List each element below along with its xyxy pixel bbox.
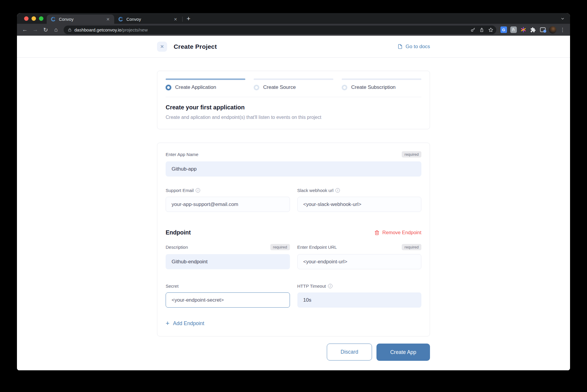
zoom-window-button[interactable] <box>39 16 43 21</box>
address-bar[interactable]: dashboard.getconvoy.io/projects/new <box>64 26 496 34</box>
discard-button[interactable]: Discard <box>327 344 372 360</box>
support-email-label: Support Email <box>166 188 194 193</box>
close-window-button[interactable] <box>24 16 29 21</box>
endpoint-description-input[interactable] <box>166 254 290 269</box>
step-create-source[interactable]: Create Source <box>254 78 333 90</box>
close-project-button[interactable]: ✕ <box>157 42 167 52</box>
tabs: Convoy ✕ Convoy ✕ + <box>47 13 193 24</box>
endpoint-url-input[interactable] <box>297 254 422 269</box>
reload-icon[interactable]: ↻ <box>41 25 51 35</box>
info-icon[interactable]: i <box>328 284 332 288</box>
step-label: Create Application <box>175 84 216 90</box>
required-badge: required <box>402 151 421 158</box>
go-to-docs-link[interactable]: Go to docs <box>398 44 430 50</box>
page-header: ✕ Create Project Go to docs <box>17 36 570 58</box>
required-badge: required <box>402 244 421 250</box>
step-radio-icon <box>254 85 259 90</box>
step-create-application[interactable]: Create Application <box>166 78 245 90</box>
slack-webhook-input[interactable] <box>297 197 422 212</box>
step-label: Create Subscription <box>351 84 395 90</box>
tab-title: Convoy <box>126 17 172 22</box>
back-icon[interactable]: ← <box>20 25 30 35</box>
page-title: Create Project <box>174 43 217 50</box>
url-host: dashboard.getconvoy.io <box>74 27 121 32</box>
step-progress-bar <box>254 78 333 80</box>
step-progress-bar <box>342 78 421 80</box>
convoy-favicon-icon <box>51 17 56 22</box>
remove-endpoint-label: Remove Endpoint <box>382 230 421 235</box>
forward-icon[interactable]: → <box>30 25 40 35</box>
endpoint-url-label: Enter Endpoint URL <box>297 245 337 250</box>
lock-icon <box>68 28 72 32</box>
info-icon[interactable]: i <box>335 188 340 193</box>
new-tab-button[interactable]: + <box>184 15 193 23</box>
step-radio-icon <box>342 85 347 90</box>
required-badge: required <box>270 244 290 250</box>
step-progress-bar <box>166 78 245 80</box>
secret-label: Secret <box>166 284 178 289</box>
plus-icon: + <box>166 320 169 327</box>
endpoint-secret-input[interactable] <box>166 292 290 308</box>
convoy-favicon-icon <box>118 17 123 22</box>
intro-title: Create your first application <box>166 104 421 111</box>
browser-window: Convoy ✕ Convoy ✕ + ← → ↻ ⌂ <box>17 13 570 370</box>
endpoint-section-title: Endpoint <box>166 229 191 236</box>
address-bar-actions <box>469 26 495 34</box>
info-icon[interactable]: i <box>196 188 200 193</box>
page: ✕ Create Project Go to docs <box>17 36 570 370</box>
application-form-card: Enter App Name required Support Email i <box>157 143 430 336</box>
support-email-input[interactable] <box>166 197 290 212</box>
password-key-icon[interactable] <box>469 26 477 34</box>
stepper: Create Application Create Source <box>166 78 421 97</box>
tab-convoy-1[interactable]: Convoy ✕ <box>47 15 114 24</box>
side-panel-icon[interactable] <box>538 25 547 34</box>
bookmark-star-icon[interactable] <box>486 26 495 34</box>
create-app-button[interactable]: Create App <box>376 344 430 361</box>
minimize-window-button[interactable] <box>32 16 36 21</box>
trash-icon <box>374 230 379 235</box>
h-extension-icon[interactable]: ℏ <box>509 25 518 34</box>
tab-title: Convoy <box>59 17 105 22</box>
remove-endpoint-button[interactable]: Remove Endpoint <box>374 230 421 235</box>
tab-close-icon[interactable]: ✕ <box>172 16 179 22</box>
browser-menu-icon[interactable]: ⋮ <box>558 25 567 34</box>
asterisk-extension-icon[interactable] <box>519 25 528 34</box>
document-icon <box>398 44 403 49</box>
go-to-docs-label: Go to docs <box>406 44 430 50</box>
profile-avatar[interactable] <box>548 25 557 34</box>
tab-strip: Convoy ✕ Convoy ✕ + <box>17 13 570 24</box>
window-controls <box>24 16 43 21</box>
step-radio-icon <box>166 85 171 90</box>
tab-search-chevron-icon[interactable] <box>560 16 565 21</box>
description-label: Description <box>166 245 188 250</box>
wizard-card: Create Application Create Source <box>157 71 430 129</box>
share-icon[interactable] <box>478 26 486 34</box>
translate-extension-icon[interactable]: G <box>499 25 508 34</box>
form-actions: Discard Create App <box>157 344 430 361</box>
url-text: dashboard.getconvoy.io/projects/new <box>74 27 148 32</box>
slack-webhook-label: Slack webhook url <box>297 188 334 193</box>
browser-toolbar: ← → ↻ ⌂ dashboard.getconvoy.io/projects/… <box>17 24 570 36</box>
app-name-input[interactable] <box>166 161 421 177</box>
tab-close-icon[interactable]: ✕ <box>105 16 111 22</box>
add-endpoint-button[interactable]: + Add Endpoint <box>166 320 421 327</box>
http-timeout-input[interactable] <box>297 292 422 308</box>
extensions-puzzle-icon[interactable] <box>528 25 538 34</box>
home-icon[interactable]: ⌂ <box>51 25 61 35</box>
add-endpoint-label: Add Endpoint <box>173 320 204 327</box>
http-timeout-label: HTTP Timeout <box>297 284 326 289</box>
app-name-label: Enter App Name <box>166 152 198 157</box>
intro-subtitle: Create and aplication and endpoint(s) th… <box>166 115 421 120</box>
step-label: Create Source <box>263 84 296 90</box>
tab-separator <box>182 17 183 22</box>
page-body: Create Application Create Source <box>17 58 570 370</box>
intro-section: Create your first application Create and… <box>166 97 421 120</box>
step-create-subscription[interactable]: Create Subscription <box>342 78 421 90</box>
tab-convoy-2[interactable]: Convoy ✕ <box>114 15 182 24</box>
url-path: /projects/new <box>121 27 147 32</box>
